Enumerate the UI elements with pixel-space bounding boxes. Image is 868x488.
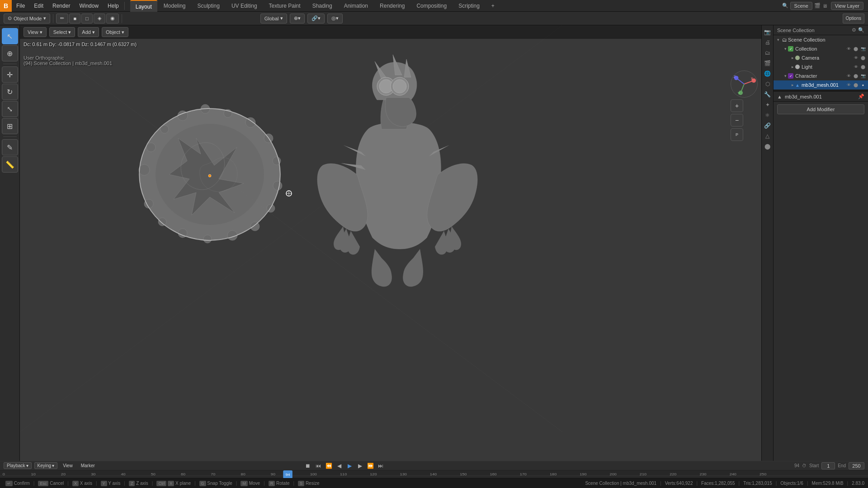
workspace-modeling[interactable]: Modeling: [158, 0, 191, 12]
svg-text:170: 170: [520, 472, 527, 476]
menu-help[interactable]: Help: [103, 0, 123, 12]
wire-mode-btn[interactable]: □: [81, 14, 93, 23]
render-icon[interactable]: 📷: [860, 73, 866, 79]
first-frame-btn[interactable]: ⏮: [314, 461, 323, 470]
outliner-filter-icon[interactable]: ⚙: [852, 27, 856, 33]
perspective-btn[interactable]: P: [731, 128, 743, 141]
view-menu-btn[interactable]: View ▾: [24, 27, 47, 37]
collection-checkbox[interactable]: ✓: [788, 46, 793, 52]
prop-material-icon[interactable]: ⬤: [763, 141, 773, 151]
outliner-search-icon[interactable]: 🔍: [858, 27, 864, 33]
zoom-out-btn[interactable]: −: [731, 114, 743, 127]
prop-scene-icon[interactable]: 🎬: [763, 58, 773, 68]
object-menu-btn[interactable]: Object ▾: [102, 27, 128, 37]
character-checkbox[interactable]: ✓: [788, 73, 793, 79]
timeline-ruler[interactable]: 0 10 20 30 40 50 60 70 80 90 94 100 110 …: [0, 470, 868, 479]
select-icon[interactable]: ⬤: [853, 73, 859, 79]
menu-edit[interactable]: Edit: [29, 0, 48, 12]
tool-move[interactable]: ✛: [2, 66, 18, 83]
outliner-light[interactable]: ▸ Light 👁 ⬤: [774, 62, 868, 71]
select-menu-btn[interactable]: Select ▾: [49, 27, 75, 37]
workspace-layout[interactable]: Layout: [130, 0, 157, 12]
pivot-point-btn[interactable]: ⊕▾: [290, 14, 305, 23]
tool-annotate[interactable]: ✎: [2, 139, 18, 155]
zoom-in-btn[interactable]: +: [731, 99, 743, 112]
keying-menu-btn[interactable]: Keying▾: [34, 462, 58, 469]
svg-point-13: [273, 181, 282, 190]
view-layer-label[interactable]: View Layer: [831, 2, 863, 10]
view-menu-btn[interactable]: View: [60, 463, 75, 469]
axis-gizmo[interactable]: X Y Z: [731, 70, 758, 98]
workspace-animation[interactable]: Animation: [339, 0, 373, 12]
prop-constraints-icon[interactable]: 🔗: [763, 121, 773, 131]
tool-rotate[interactable]: ↻: [2, 84, 18, 100]
workspace-add[interactable]: +: [486, 0, 500, 12]
prop-modifier-icon[interactable]: 🔧: [763, 89, 773, 99]
select-icon[interactable]: ⬤: [860, 55, 866, 61]
outliner-scene-collection[interactable]: ▾ 🗂 Scene Collection: [774, 35, 868, 44]
outliner-mesh[interactable]: ▸ ▲ mb3d_mesh.001 👁 ⬤ ●: [774, 80, 868, 89]
eye-icon[interactable]: 👁: [845, 82, 852, 88]
outliner-character[interactable]: ▾ ✓ Character 👁 ⬤ 📷: [774, 71, 868, 80]
render-icon[interactable]: 📷: [860, 46, 866, 52]
workspace-uv-editing[interactable]: UV Editing: [226, 0, 263, 12]
rendered-mode-btn[interactable]: ◉: [106, 14, 119, 23]
prop-object-icon[interactable]: ⬡: [763, 79, 773, 89]
snap-btn[interactable]: 🔗▾: [307, 14, 325, 23]
prev-keyframe-btn[interactable]: ◀: [335, 461, 344, 470]
play-btn[interactable]: ▶: [345, 461, 354, 470]
viewport-mode-btn[interactable]: ⊙ Object Mode ▾: [4, 14, 50, 23]
tool-transform[interactable]: ⊞: [2, 118, 18, 134]
add-menu-btn[interactable]: Add ▾: [78, 27, 99, 37]
prop-viewlayer-icon[interactable]: 🗂: [763, 48, 773, 58]
playback-menu-btn[interactable]: Playback▾: [4, 462, 32, 469]
prop-particles-icon[interactable]: ✦: [763, 100, 773, 110]
workspace-sculpting[interactable]: Sculpting: [192, 0, 225, 12]
workspace-texture-paint[interactable]: Texture Paint: [264, 0, 306, 12]
scene-name[interactable]: Scene: [790, 2, 812, 10]
menu-window[interactable]: Window: [75, 0, 103, 12]
global-pivot-btn[interactable]: Global ▾: [260, 14, 288, 23]
eye-icon[interactable]: 👁: [845, 73, 852, 79]
next-keyframe-btn[interactable]: ▶: [355, 461, 364, 470]
select-icon[interactable]: ⬤: [853, 82, 859, 88]
workspace-shading[interactable]: Shading: [307, 0, 338, 12]
eye-icon[interactable]: 👁: [853, 55, 859, 61]
prev-frame-btn[interactable]: ⏪: [324, 461, 333, 470]
menu-render[interactable]: Render: [48, 0, 75, 12]
prop-render-icon[interactable]: 📷: [763, 27, 773, 37]
proportional-btn[interactable]: ◎▾: [327, 14, 343, 23]
viewport-3d[interactable]: Dc: 0.61 m Dy: -0.0817 m Dz: 0.1467 m (0…: [20, 25, 761, 461]
prop-data-icon[interactable]: △: [763, 131, 773, 141]
draw-mode-btn[interactable]: ✏: [56, 14, 68, 23]
prop-output-icon[interactable]: 🖨: [763, 38, 773, 47]
end-frame-input[interactable]: [849, 462, 864, 469]
select-icon[interactable]: ⬤: [860, 64, 866, 70]
tool-select[interactable]: ↖: [2, 28, 18, 44]
prop-physics-icon[interactable]: ⚛: [763, 110, 773, 120]
add-modifier-button[interactable]: Add Modifier: [777, 104, 864, 114]
tool-cursor[interactable]: ⊕: [2, 45, 18, 61]
outliner-collection[interactable]: ▾ ✓ Collection 👁 ⬤ 📷: [774, 44, 868, 53]
workspace-scripting[interactable]: Scripting: [453, 0, 485, 12]
workspace-compositing[interactable]: Compositing: [411, 0, 452, 12]
last-frame-btn[interactable]: ⏭: [376, 461, 385, 470]
options-btn[interactable]: Options: [843, 14, 864, 23]
start-frame-input[interactable]: [821, 462, 835, 469]
tool-measure[interactable]: 📏: [2, 156, 18, 173]
marker-menu-btn[interactable]: Marker: [78, 463, 98, 469]
solid-mode-btn[interactable]: ■: [69, 14, 80, 23]
prop-world-icon[interactable]: 🌐: [763, 69, 773, 79]
material-mode-btn[interactable]: ◈: [94, 14, 105, 23]
menu-file[interactable]: File: [12, 0, 29, 12]
workspace-rendering[interactable]: Rendering: [374, 0, 410, 12]
stop-btn[interactable]: ⏹: [303, 461, 312, 470]
eye-icon[interactable]: 👁: [845, 46, 852, 52]
select-icon[interactable]: ⬤: [853, 46, 859, 52]
next-frame-btn[interactable]: ⏩: [366, 461, 375, 470]
outliner-camera[interactable]: ▸ Camera 👁 ⬤: [774, 53, 868, 62]
eye-icon[interactable]: 👁: [853, 64, 859, 70]
left-tools-sidebar: ↖ ⊕ ✛ ↻ ⤡ ⊞ ✎ 📏: [0, 25, 20, 461]
tool-scale[interactable]: ⤡: [2, 101, 18, 117]
pin-icon[interactable]: 📌: [858, 94, 864, 99]
